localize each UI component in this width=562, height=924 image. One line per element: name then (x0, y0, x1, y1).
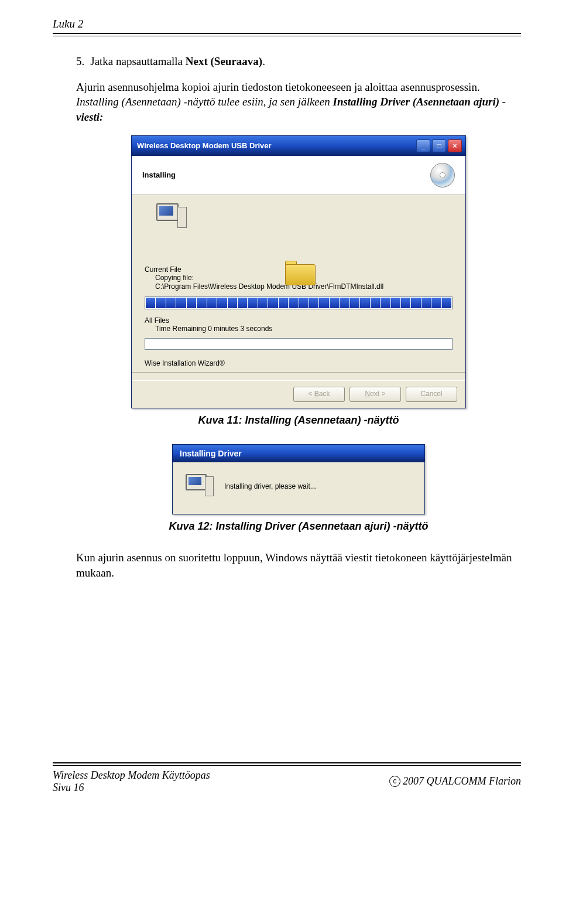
para1-plain: Ajurin asennusohjelma kopioi ajurin tied… (76, 81, 480, 93)
paragraph-2: Kun ajurin asennus on suoritettu loppuun… (76, 550, 521, 580)
progress-bar-all (145, 338, 453, 350)
dialog-title: Wireless Desktop Modem USB Driver (135, 141, 414, 150)
footer-doc-title: Wireless Desktop Modem Käyttöopas (53, 769, 210, 782)
page-footer: Wireless Desktop Modem Käyttöopas Sivu 1… (53, 762, 521, 794)
computer-icon (186, 474, 214, 499)
progress-bar-current (145, 296, 453, 309)
header-rule (53, 33, 521, 36)
para1-ital-a: Installing (Asennetaan) -näyttö tulee es… (76, 96, 333, 108)
footer-page-number: Sivu 16 (53, 782, 210, 794)
installing-driver-dialog: Installing Driver Installing driver, ple… (172, 444, 425, 514)
figure-11-caption: Kuva 11: Installing (Asennetaan) -näyttö (76, 414, 521, 427)
computer-icon (156, 203, 187, 231)
dialog-heading: Installing (142, 171, 427, 179)
dialog2-title: Installing Driver (173, 445, 424, 462)
step-5-text: 5. Jatka napsauttamalla Next (Seuraava). (76, 54, 521, 69)
figure-12-caption: Kuva 12: Installing Driver (Asennetaan a… (76, 520, 521, 533)
paragraph-1: Ajurin asennusohjelma kopioi ajurin tied… (76, 80, 521, 125)
wizard-brand: Wise Installation Wizard® (145, 359, 453, 367)
installer-dialog: Wireless Desktop Modem USB Driver _ □ × … (131, 135, 466, 409)
divider (132, 372, 465, 373)
next-button[interactable]: Next > (349, 387, 401, 402)
chapter-header: Luku 2 (53, 18, 521, 30)
cancel-button[interactable]: Cancel (406, 387, 457, 402)
copyright-icon: c (389, 776, 400, 787)
step-text-b: Next (Seuraava) (186, 55, 262, 67)
step-text-a: Jatka napsauttamalla (90, 55, 186, 67)
back-button[interactable]: < Back (293, 387, 345, 402)
close-button[interactable]: × (448, 139, 462, 152)
time-remaining: Time Remaining 0 minutes 3 seconds (155, 325, 453, 334)
step-number: 5. (76, 54, 84, 69)
dialog-header: Installing (132, 156, 465, 195)
titlebar: Wireless Desktop Modem USB Driver _ □ × (132, 136, 465, 156)
installing-message: Installing driver, please wait... (224, 482, 316, 490)
step-text-c: . (262, 55, 265, 67)
footer-copyright: 2007 QUALCOMM Flarion (403, 775, 521, 787)
minimize-button[interactable]: _ (416, 139, 430, 152)
folder-icon (285, 261, 318, 287)
all-files-label: All Files (145, 316, 453, 325)
maximize-button[interactable]: □ (432, 139, 446, 152)
footer-rule (53, 762, 521, 766)
cd-icon (427, 162, 456, 189)
